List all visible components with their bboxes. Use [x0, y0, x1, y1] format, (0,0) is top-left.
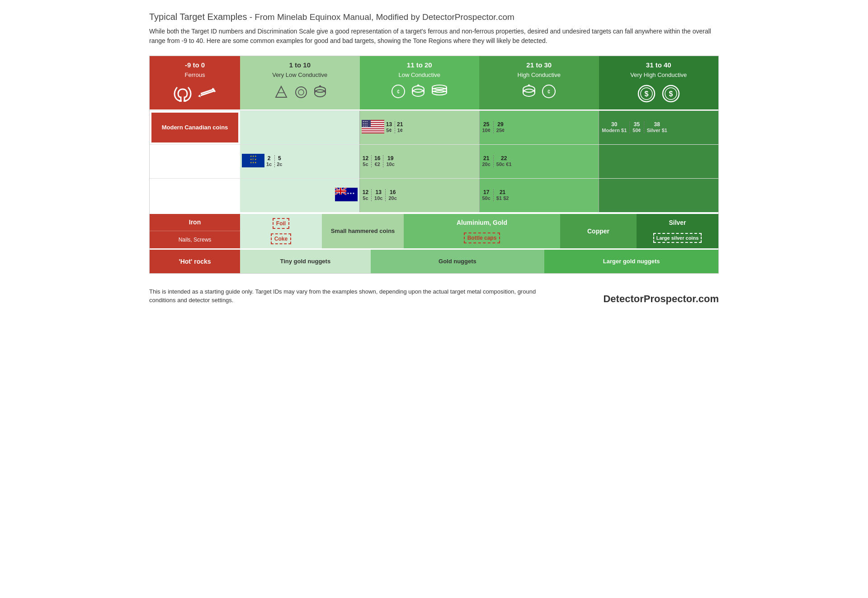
- vhc-icons: $ $: [637, 84, 681, 107]
- iron-label: Iron: [150, 214, 240, 231]
- svg-text:$: $: [644, 90, 648, 98]
- cat-aluminium: Aluminium, Gold Bottle caps: [404, 214, 560, 248]
- dollar1-icon: $: [637, 84, 656, 107]
- eu-coin-5: 52c: [277, 155, 285, 168]
- us-coin-21: 211¢: [397, 121, 406, 134]
- cat-hammered: Small hammered coins: [322, 214, 404, 248]
- au-coin-12: 125c: [363, 189, 372, 202]
- cent-icon: ¢: [541, 84, 557, 102]
- bottle-box: Bottle caps: [464, 233, 500, 243]
- svg-point-8: [298, 90, 304, 95]
- cat-vlc: Foil Coke: [240, 214, 322, 248]
- us-vhc-zone: 30Modern $1 3550¢ 38Silver $1: [599, 111, 718, 144]
- us-segments: ★★★ ★★★ ★★★ 135¢ 211¢: [240, 111, 718, 144]
- svg-rect-63: [335, 190, 346, 192]
- us-lc-zone: ★★★ ★★★ ★★★ 135¢ 211¢: [360, 111, 480, 144]
- nails-text: Nails, Screws: [179, 237, 212, 243]
- au-hc-entries: 1750c 21$1 $2: [480, 187, 514, 204]
- au-hc-zone: 1750c 21$1 $2: [480, 179, 599, 212]
- gold-zones: Tiny gold nuggets Gold nuggets Larger go…: [240, 250, 718, 273]
- title-main: Typical Target Examples: [149, 12, 247, 22]
- ring3-icon: [521, 84, 537, 102]
- au-lc-zone: 125c 1310c 1620c: [360, 179, 480, 212]
- foil-text: Foil: [276, 220, 286, 227]
- us-hc-entries: 2510¢ 2925¢: [480, 119, 510, 136]
- eu-lc-zone: 125c 16€2 1910c: [360, 145, 480, 178]
- main-chart: -9 to 0 Ferrous: [149, 56, 719, 274]
- us-vhc-entries: 30Modern $1 3550¢ 38Silver $1: [599, 119, 673, 136]
- tiny-nuggets-text: Tiny gold nuggets: [280, 258, 330, 265]
- svg-rect-1: [184, 100, 186, 102]
- ring2-icon: [410, 84, 426, 102]
- hc-range: 21 to 30: [526, 61, 552, 70]
- footer: This is intended as a starting guide onl…: [149, 280, 719, 305]
- category-section: Iron Nails, Screws Foil Coke Small hamme…: [150, 212, 718, 248]
- large-nuggets-text: Larger gold nuggets: [603, 258, 660, 265]
- intro-text: While both the Target ID numbers and Dis…: [149, 27, 719, 46]
- vlc-icons: [272, 84, 327, 104]
- ferrous-icons: [173, 84, 217, 107]
- us-vlc-zone: [240, 111, 360, 144]
- vhc-range: 31 to 40: [646, 61, 671, 70]
- penny-icon: ¢: [391, 84, 406, 102]
- au-vlc-zone: ✦✦✦: [240, 179, 360, 212]
- title-subtitle: - From Minelab Equinox Manual, Modified …: [247, 12, 514, 22]
- eu-flag-icon: ★ ★ ★ ★ € ★ ★ ★ ★: [242, 154, 264, 169]
- us-hc-zone: 2510¢ 2925¢: [480, 111, 599, 144]
- iron-text: Iron: [189, 218, 201, 226]
- us-coin-30: 30Modern $1: [602, 121, 630, 134]
- svg-text:¢: ¢: [396, 89, 400, 95]
- iron-label-area: Iron Nails, Screws: [150, 214, 240, 248]
- svg-rect-44: [362, 129, 384, 130]
- eu-hc-entries: 2120c 2250c €1: [480, 153, 517, 170]
- hot-rocks-text: 'Hot' rocks: [179, 258, 211, 265]
- svg-text:✦✦✦: ✦✦✦: [347, 192, 355, 195]
- au-row-label: [150, 179, 240, 212]
- us-row-title: Modern Canadian coins: [151, 113, 238, 142]
- coke-text: Coke: [274, 236, 288, 242]
- medium-nuggets-zone: Gold nuggets: [371, 250, 545, 273]
- hc-name: High Conductive: [518, 71, 561, 78]
- svg-marker-13: [318, 85, 322, 87]
- au-lc-entries: 125c 1310c 1620c: [360, 187, 402, 204]
- us-row-label: Modern Canadian coins: [150, 111, 240, 144]
- coke-box: Coke: [271, 233, 291, 244]
- silver-label: Silver: [669, 219, 686, 226]
- us-coin-row: Modern Canadian coins: [150, 110, 718, 144]
- svg-text:★ ★ ★: ★ ★ ★: [250, 161, 257, 164]
- eu-segments: ★ ★ ★ ★ € ★ ★ ★ ★ 21c 52c: [240, 145, 718, 178]
- large-nuggets-zone: Larger gold nuggets: [544, 250, 718, 273]
- horseshoe-icon: [173, 84, 193, 107]
- us-label-text: Modern Canadian coins: [162, 124, 228, 131]
- us-coin-13: 135¢: [386, 121, 395, 134]
- svg-rect-45: [362, 131, 384, 132]
- au-coin-13: 1310c: [374, 189, 386, 202]
- footer-note: This is intended as a starting guide onl…: [149, 287, 556, 305]
- cat-copper: Copper: [560, 214, 637, 248]
- vlc-name: Very Low Conductive: [272, 71, 327, 78]
- svg-rect-43: [362, 127, 384, 128]
- large-silver-box: Large silver coins: [653, 233, 702, 243]
- tiny-nuggets-zone: Tiny gold nuggets: [240, 250, 371, 273]
- cat-silver: Silver Large silver coins: [637, 214, 718, 248]
- au-coin-17: 1750c: [482, 189, 494, 202]
- us-flag-icon: ★★★ ★★★ ★★★: [362, 120, 384, 135]
- eu-coin-21: 2120c: [482, 155, 494, 168]
- eu-coin-12: 125c: [363, 155, 372, 168]
- svg-rect-0: [179, 100, 182, 102]
- lc-range: 11 to 20: [407, 61, 432, 70]
- eu-hc-zone: 2120c 2250c €1: [480, 145, 599, 178]
- small-coin-icon: [294, 85, 308, 103]
- foil-box: Foil: [273, 218, 289, 229]
- gold-section: 'Hot' rocks Tiny gold nuggets Gold nugge…: [150, 248, 718, 273]
- au-segments: ✦✦✦ 125c 1310c 1620c: [240, 179, 718, 212]
- aluminium-text: Aluminium, Gold: [457, 219, 507, 226]
- nails-label: Nails, Screws: [150, 231, 240, 248]
- svg-point-9: [315, 90, 326, 97]
- screw-icon: [197, 84, 217, 107]
- zone-lc: 11 to 20 Low Conductive ¢: [360, 56, 480, 109]
- au-coin-21: 21$1 $2: [496, 189, 512, 202]
- foil-icon: [272, 84, 289, 104]
- svg-text:★★★: ★★★: [363, 125, 368, 127]
- us-coin-35: 3550¢: [632, 121, 644, 134]
